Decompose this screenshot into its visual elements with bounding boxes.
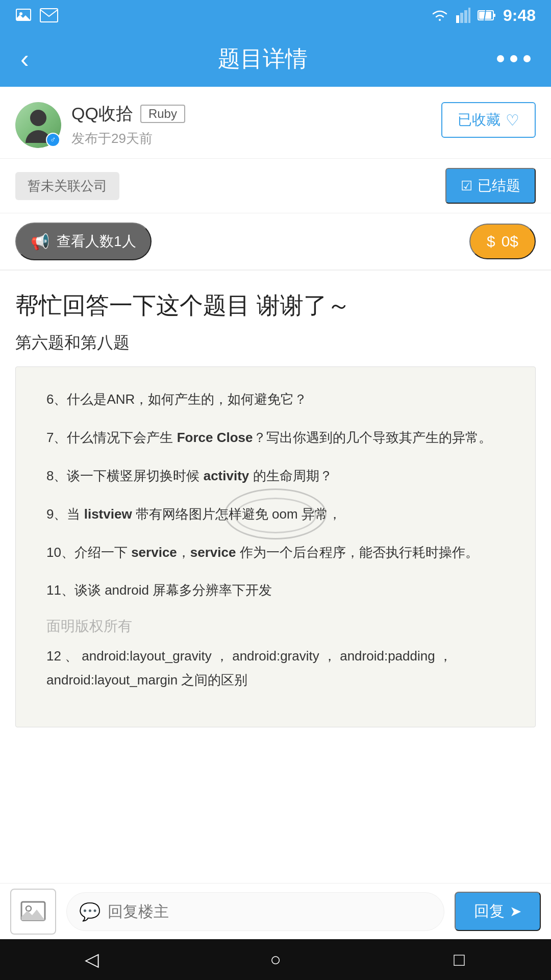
user-name-row: QQ收拾 Ruby [71, 102, 185, 126]
reply-button[interactable]: 回复 ➤ [455, 892, 541, 931]
user-info: QQ收拾 Ruby 发布于29天前 [71, 102, 185, 148]
page-title: 题目详情 [218, 44, 308, 74]
tags-row: 暂未关联公司 ☑ 已结题 [0, 159, 551, 213]
heart-icon: ♡ [506, 111, 519, 129]
svg-point-12 [26, 906, 31, 911]
content-subtitle: 第六题和第八题 [15, 332, 536, 354]
chat-bubble-icon: 💬 [79, 901, 101, 922]
exam-q11: 11、谈谈 android 屏幕多分辨率下开发 [46, 578, 505, 602]
more-button[interactable] [497, 55, 531, 62]
time-display: 9:48 [503, 6, 536, 25]
exam-q7: 7、什么情况下会产生 Force Close？写出你遇到的几个导致其产生的异常。 [46, 426, 505, 450]
username: QQ收拾 [71, 102, 133, 126]
views-label: 查看人数1人 [57, 232, 136, 251]
collect-button[interactable]: 已收藏 ♡ [441, 102, 536, 138]
watermark-text: 面明版权所有 [46, 617, 505, 636]
nav-recents-button[interactable]: □ [439, 939, 480, 980]
resolved-label: 已结题 [478, 176, 520, 195]
reply-label: 回复 [474, 901, 505, 922]
send-icon: ➤ [510, 903, 521, 920]
svg-rect-5 [464, 10, 467, 23]
bottom-bar: 💬 回复 ➤ [0, 883, 551, 939]
svg-rect-3 [456, 15, 459, 23]
exam-q9: 9、当 listview 带有网络图片怎样避免 oom 异常， [46, 502, 505, 526]
views-row: 📢 查看人数1人 $ 0$ [0, 213, 551, 271]
user-tag: Ruby [140, 105, 185, 123]
speaker-icon: 📢 [31, 233, 49, 251]
user-section: ♂ QQ收拾 Ruby 发布于29天前 已收藏 ♡ [0, 87, 551, 159]
status-bar-right: 9:48 [431, 6, 536, 25]
nav-bar: ◁ ○ □ [0, 939, 551, 980]
avatar: ♂ [15, 102, 61, 148]
more-dot-3 [523, 55, 531, 62]
exam-q10: 10、介绍一下 service，service 作为一个后台程序，能否执行耗时操… [46, 541, 505, 565]
gender-icon: ♂ [50, 135, 56, 144]
exam-image: 6、什么是ANR，如何产生的，如何避免它？ 7、什么情况下会产生 Force C… [15, 366, 536, 727]
more-dot-2 [510, 55, 517, 62]
wifi-icon [431, 8, 449, 23]
mail-icon [40, 8, 58, 22]
nav-home-button[interactable]: ○ [255, 939, 296, 980]
status-bar: 9:48 [0, 0, 551, 31]
exam-q8: 8、谈一下横竖屏切换时候 activity 的生命周期？ [46, 464, 505, 488]
check-icon: ☑ [461, 178, 472, 194]
nav-back-button[interactable]: ◁ [71, 939, 112, 980]
attach-image-button[interactable] [10, 889, 56, 935]
reward-button[interactable]: $ 0$ [469, 224, 536, 259]
image-attach-icon [20, 898, 46, 925]
signal-icon [456, 8, 470, 23]
company-tag: 暂未关联公司 [15, 172, 119, 200]
battery-icon [478, 9, 496, 21]
content-section: 帮忙回答一下这个题目 谢谢了～ 第六题和第八题 6、什么是ANR，如何产生的，如… [0, 271, 551, 738]
reply-input[interactable] [108, 903, 432, 920]
resolved-button[interactable]: ☑ 已结题 [445, 168, 536, 204]
collect-label: 已收藏 [458, 110, 500, 130]
post-time: 发布于29天前 [71, 130, 185, 148]
exam-q12: 12 、 android:layout_gravity ， android:gr… [46, 644, 505, 692]
status-bar-left [15, 7, 58, 23]
svg-rect-9 [493, 14, 495, 17]
exam-q6: 6、什么是ANR，如何产生的，如何避免它？ [46, 387, 505, 411]
content-title: 帮忙回答一下这个题目 谢谢了～ [15, 289, 536, 322]
back-button[interactable]: ‹ [20, 46, 29, 71]
reply-input-wrap: 💬 [66, 892, 444, 931]
reward-label: 0$ [502, 233, 518, 250]
coin-icon: $ [487, 233, 495, 250]
top-nav: ‹ 题目详情 [0, 31, 551, 87]
photo-icon [15, 7, 32, 23]
more-dot-1 [497, 55, 504, 62]
svg-rect-2 [40, 9, 58, 22]
avatar-badge: ♂ [46, 133, 60, 147]
views-button[interactable]: 📢 查看人数1人 [15, 223, 152, 260]
user-left: ♂ QQ收拾 Ruby 发布于29天前 [15, 102, 185, 148]
svg-rect-6 [468, 8, 470, 23]
svg-rect-4 [460, 13, 463, 23]
